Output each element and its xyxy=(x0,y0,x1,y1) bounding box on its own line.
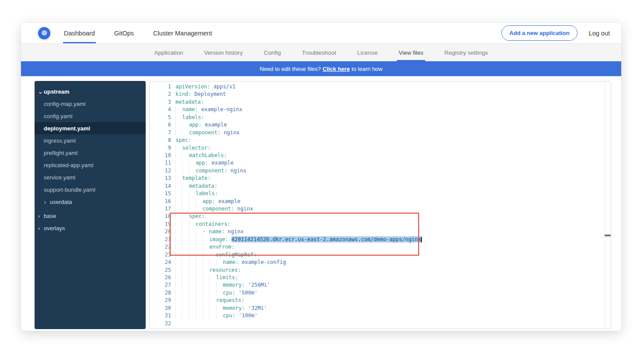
tab-license[interactable]: License xyxy=(357,44,378,61)
sidebar-item-label: userdata xyxy=(50,199,72,205)
indent-guide xyxy=(189,297,196,303)
indent-guide xyxy=(182,290,189,296)
code-editor[interactable]: 1apiVersion: apps/v12kind: Deployment3me… xyxy=(149,81,611,329)
log-out-link[interactable]: Log out xyxy=(589,30,610,37)
sidebar-item-support-bundle-yaml[interactable]: support-bundle.yaml xyxy=(35,183,146,196)
code-line[interactable]: 14 metadata: xyxy=(150,183,611,190)
indent-guide xyxy=(175,305,182,311)
code-line[interactable]: 29 requests: xyxy=(150,297,611,304)
sidebar-item-base[interactable]: ›base xyxy=(35,210,146,222)
code-line-text: cpu: '100m' xyxy=(175,312,258,319)
sidebar-item-label: preflight.yaml xyxy=(44,150,77,156)
line-number: 28 xyxy=(150,289,171,297)
code-line-text: labels: xyxy=(175,114,204,121)
sidebar-item-label: support-bundle.yaml xyxy=(44,186,95,193)
code-line-text: limits: xyxy=(175,274,238,281)
tab-version-history[interactable]: Version history xyxy=(204,44,243,61)
sidebar-item-label: ingress.yaml xyxy=(44,137,76,144)
sidebar-item-overlays[interactable]: ›overlays xyxy=(35,222,146,234)
indent-guide xyxy=(189,228,196,235)
code-line[interactable]: 9 selector: xyxy=(150,144,611,152)
code-lines: 1apiVersion: apps/v12kind: Deployment3me… xyxy=(150,83,611,327)
code-line[interactable]: 1apiVersion: apps/v1 xyxy=(150,83,611,91)
indent-guide xyxy=(216,290,223,296)
indent-guide xyxy=(175,312,182,319)
tab-view-files[interactable]: View files xyxy=(399,44,424,61)
tab-troubleshoot[interactable]: Troubleshoot xyxy=(302,44,336,61)
click-here-link[interactable]: Click here xyxy=(322,66,350,72)
code-line[interactable]: 31 cpu: '100m' xyxy=(150,312,611,319)
chevron-right-icon: › xyxy=(38,213,44,219)
indent-guide xyxy=(209,259,216,265)
indent-guide xyxy=(203,297,209,303)
header-actions: Add a new application Log out xyxy=(501,25,610,41)
sidebar-item-replicated-app-yaml[interactable]: replicated-app.yaml xyxy=(35,159,146,171)
code-line[interactable]: 30 memory: '32Mi' xyxy=(150,305,611,312)
sidebar-item-config-map-yaml[interactable]: config-map.yaml xyxy=(35,98,146,110)
code-line[interactable]: 11 app: example xyxy=(150,159,611,167)
code-line[interactable]: 25 resources: xyxy=(150,267,611,274)
code-line[interactable]: 3metadata: xyxy=(150,98,611,106)
code-line[interactable]: 13 template: xyxy=(150,175,611,182)
sidebar-item-service-yaml[interactable]: service.yaml xyxy=(35,171,146,183)
tab-config[interactable]: Config xyxy=(264,44,281,61)
code-line[interactable]: 32 xyxy=(150,320,611,327)
nav-item-gitops[interactable]: GitOps xyxy=(114,23,134,43)
indent-guide xyxy=(182,267,189,273)
code-line[interactable]: 24 name: example-config xyxy=(150,259,611,266)
code-line[interactable]: 26 limits: xyxy=(150,274,611,281)
editor-scroll-indicator[interactable] xyxy=(605,235,611,236)
tab-registry-settings[interactable]: Registry settings xyxy=(444,44,488,61)
line-number: 8 xyxy=(150,137,171,144)
line-number: 2 xyxy=(150,91,171,98)
code-line[interactable]: 12 component: nginx xyxy=(150,167,611,175)
indent-guide xyxy=(189,190,196,197)
sidebar-item-ingress-yaml[interactable]: ingress.yaml xyxy=(35,134,146,147)
line-number: 14 xyxy=(150,183,171,190)
code-line[interactable]: 2kind: Deployment xyxy=(150,91,611,98)
sidebar-item-label: replicated-app.yaml xyxy=(44,162,93,168)
line-number: 11 xyxy=(150,159,171,167)
code-line[interactable]: 5 labels: xyxy=(150,114,611,121)
sidebar-item-userdata[interactable]: ›userdata xyxy=(35,196,146,208)
sidebar-item-deployment-yaml[interactable]: deployment.yaml xyxy=(35,122,146,134)
add-new-application-button[interactable]: Add a new application xyxy=(501,25,577,41)
nav-item-dashboard[interactable]: Dashboard xyxy=(64,23,95,43)
indent-guide xyxy=(189,244,196,250)
code-line[interactable]: 27 memory: '256Mi' xyxy=(150,281,611,289)
indent-guide xyxy=(203,252,209,258)
code-line[interactable]: 6 app: example xyxy=(150,121,611,129)
code-line[interactable]: 18 spec: xyxy=(150,213,611,220)
code-line[interactable]: 7 component: nginx xyxy=(150,129,611,137)
indent-guide xyxy=(175,145,182,151)
indent-guide xyxy=(189,198,196,204)
indent-guide xyxy=(203,282,209,288)
indent-guide xyxy=(216,312,223,319)
code-line[interactable]: 8spec: xyxy=(150,137,611,144)
code-line[interactable]: 23 - configMapRef: xyxy=(150,251,611,259)
indent-guide xyxy=(175,290,182,296)
sidebar-item-config-yaml[interactable]: config.yaml xyxy=(35,110,146,122)
code-line[interactable]: 4 name: example-nginx xyxy=(150,106,611,113)
code-line[interactable]: 17 component: nginx xyxy=(150,205,611,213)
line-number: 19 xyxy=(150,221,171,228)
code-line[interactable]: 15 labels: xyxy=(150,190,611,197)
code-line[interactable]: 19 containers: xyxy=(150,221,611,228)
indent-guide xyxy=(182,236,189,242)
line-number: 10 xyxy=(150,152,171,159)
code-line[interactable]: 21 image: 429114214526.dkr.ecr.us-east-2… xyxy=(150,236,611,243)
code-line-text: memory: '256Mi' xyxy=(175,281,270,289)
nav-item-cluster-management[interactable]: Cluster Management xyxy=(153,23,212,43)
indent-guide xyxy=(196,206,202,212)
tab-application[interactable]: Application xyxy=(154,44,183,61)
code-line[interactable]: 10 matchLabels: xyxy=(150,152,611,159)
indent-guide xyxy=(189,267,196,273)
sidebar-item-label: deployment.yaml xyxy=(44,125,90,132)
line-number: 1 xyxy=(150,83,171,91)
code-line[interactable]: 16 app: example xyxy=(150,198,611,205)
code-line[interactable]: 22 envFrom: xyxy=(150,243,611,251)
sidebar-item-preflight-yaml[interactable]: preflight.yaml xyxy=(35,147,146,159)
code-line[interactable]: 20 - name: nginx xyxy=(150,228,611,235)
code-line[interactable]: 28 cpu: '500m' xyxy=(150,289,611,297)
sidebar-item-upstream[interactable]: ⌄upstream xyxy=(35,85,146,98)
